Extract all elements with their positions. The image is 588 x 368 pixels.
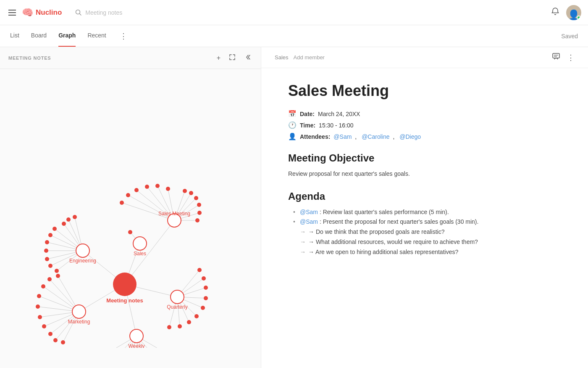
attendees-icon: 👤 [288,132,297,140]
add-member-link[interactable]: Add member [294,54,325,61]
expand-button[interactable] [227,52,237,64]
svg-point-82 [187,320,191,324]
mention-sam-1[interactable]: @Sam [300,209,318,215]
svg-point-75 [195,218,200,222]
time-icon: 🕐 [288,121,297,129]
nav-tabs: List Board Graph Recent ⋮ Saved [0,25,588,47]
time-label: Time: [300,122,315,129]
search-bar[interactable]: Meeting notes [75,9,122,16]
svg-point-81 [194,314,199,318]
doc-title: Sales Meeting [288,82,561,100]
sales-node[interactable] [133,237,147,250]
svg-point-72 [194,196,198,200]
svg-point-93 [48,332,52,336]
search-icon [75,9,82,16]
avatar[interactable]: 👤 [566,5,581,20]
date-icon: 📅 [288,110,297,118]
svg-point-101 [53,338,58,342]
attendees-label: Attendees: [300,133,330,140]
quarterly-node[interactable] [171,290,184,304]
marketing-node[interactable] [72,305,86,318]
svg-point-64 [183,189,187,193]
collapse-button[interactable] [242,52,252,64]
svg-point-102 [61,340,65,344]
comments-button[interactable] [552,52,560,63]
weekly-node[interactable] [130,329,143,343]
svg-point-111 [66,217,71,222]
logo-icon: 🧠 [22,7,33,18]
svg-point-95 [38,315,42,319]
svg-point-104 [48,233,52,237]
topbar-left: 🧠 Nuclino [7,7,62,18]
tab-board[interactable]: Board [31,25,47,47]
hamburger-menu-button[interactable] [7,8,18,17]
app-name: Nuclino [36,8,62,17]
svg-point-107 [45,257,49,261]
search-placeholder: Meeting notes [85,9,122,16]
svg-point-67 [145,185,149,189]
svg-point-106 [44,249,48,253]
svg-text:Sales Meeting: Sales Meeting [158,211,190,217]
main-layout: MEETING NOTES + [0,47,588,368]
doc-date-row: 📅 Date: March 24, 20XX [288,110,561,118]
svg-point-76 [197,268,202,272]
add-item-button[interactable]: + [215,53,222,64]
svg-line-1 [80,13,81,15]
attendee-diego[interactable]: @Diego [399,133,421,140]
svg-text:Sales: Sales [134,251,146,257]
graph-area[interactable]: Meeting notes Sales Engineering Marketin… [0,69,261,368]
list-item-sub: → What additional resources, would we re… [291,237,561,247]
nav-more-button[interactable]: ⋮ [120,32,127,41]
svg-point-99 [47,277,52,281]
time-value: 15:30 - 16:00 [319,122,354,129]
attendee-caroline[interactable]: @Caroline [362,133,389,140]
svg-point-98 [41,284,45,289]
svg-point-71 [189,191,193,195]
tab-graph[interactable]: Graph [58,25,76,47]
date-value: March 24, 20XX [318,111,360,117]
topbar: 🧠 Nuclino Meeting notes 👤 [0,0,588,25]
left-panel-header: MEETING NOTES + [0,47,261,69]
engineering-node[interactable] [76,244,89,257]
svg-point-109 [55,269,59,273]
date-label: Date: [300,111,315,117]
tab-recent[interactable]: Recent [87,25,106,47]
center-node[interactable] [113,273,136,296]
panel-title: MEETING NOTES [8,56,215,61]
list-item-sub: → Do we think that the proposed goals ar… [291,227,561,237]
svg-point-103 [52,227,57,231]
notifications-button[interactable] [551,7,559,18]
svg-text:Weekly: Weekly [128,343,144,348]
svg-point-69 [126,193,130,197]
svg-point-79 [204,296,208,300]
doc-toolbar: Sales Add member ⋮ [261,47,588,68]
svg-point-83 [178,324,182,328]
svg-point-77 [202,276,206,281]
doc-content: Sales Meeting 📅 Date: March 24, 20XX 🕐 T… [261,68,588,368]
list-item: @Sam : Review last quarter's sales perfo… [291,207,561,217]
svg-point-65 [166,187,170,191]
graph-svg: Meeting notes Sales Engineering Marketin… [0,69,261,348]
svg-text:Marketing: Marketing [68,319,90,325]
list-item: @Sam : Present the proposal for next qua… [291,217,561,227]
doc-attendees-row: 👤 Attendees: @Sam, @Caroline, @Diego [288,132,561,140]
mention-sam-2[interactable]: @Sam [300,218,318,225]
panel-actions: + [215,52,252,64]
saved-status: Saved [561,33,578,40]
doc-toolbar-right: ⋮ [552,52,575,63]
svg-rect-114 [553,53,559,58]
svg-point-96 [36,304,40,309]
left-panel: MEETING NOTES + [0,47,261,368]
section-objective-title: Meeting Objective [288,152,561,164]
agenda-list: @Sam : Review last quarter's sales perfo… [288,207,561,257]
attendee-sam[interactable]: @Sam [333,133,352,140]
breadcrumb-parent[interactable]: Sales [275,54,289,61]
topbar-right: 👤 [551,5,581,20]
more-options-button[interactable]: ⋮ [567,53,575,62]
svg-point-70 [120,201,124,205]
online-indicator [577,16,581,20]
svg-point-112 [73,215,77,219]
svg-text:Engineering: Engineering [69,258,96,264]
svg-point-74 [197,211,202,215]
tab-list[interactable]: List [10,25,19,47]
